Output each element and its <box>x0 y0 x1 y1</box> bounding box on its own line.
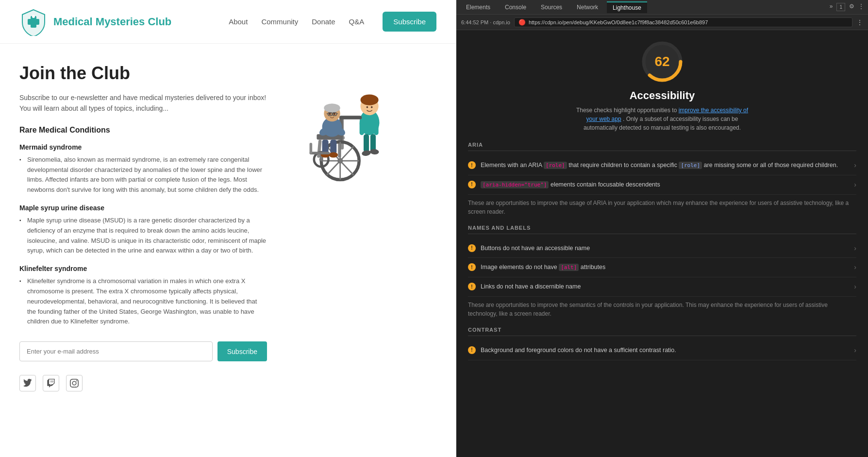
code-aria-hidden: [aria-hidden="true"] <box>481 181 549 188</box>
condition-mermaid-title: Mermaid syndrome <box>19 143 267 151</box>
code-alt: [alt] <box>559 264 579 271</box>
email-input[interactable] <box>19 341 213 361</box>
nav-links: About Community Donate Q&A Subscribe <box>229 12 436 32</box>
condition-msud-title: Maple syrup urine disease <box>19 204 267 212</box>
condition-klinefelter-list: Klinefelter syndrome is a chromosomal va… <box>19 276 267 327</box>
twitter-icon[interactable] <box>19 375 36 391</box>
names-warn-icon-2 <box>468 263 476 271</box>
settings-icon[interactable]: ⚙ <box>849 3 854 11</box>
svg-rect-9 <box>374 121 378 135</box>
content-right <box>277 63 413 391</box>
svg-point-6 <box>367 106 368 108</box>
names-item-2-chevron[interactable]: › <box>854 263 856 271</box>
aria-section-title: ARIA <box>468 142 856 151</box>
svg-point-12 <box>361 150 371 156</box>
nav-subscribe-button[interactable]: Subscribe <box>383 12 436 32</box>
condition-msud-desc: Maple syrup urine disease (MSUD) is a ra… <box>19 216 267 256</box>
svg-point-32 <box>324 103 340 113</box>
aria-item-1-text: Elements with an ARIA [role] that requir… <box>481 161 849 170</box>
score-circle: 62 <box>640 40 684 84</box>
twitch-icon[interactable] <box>43 375 59 391</box>
devtools-time: 6:44:52 PM · cdpn.io <box>461 19 510 25</box>
main-content: Join the Club Subscribe to our e-newslet… <box>0 44 456 411</box>
names-item-3-text: Links do not have a discernible name <box>481 282 849 291</box>
more-tabs-icon[interactable]: » <box>830 3 833 11</box>
lighthouse-content: 62 Accessibility These checks highlight … <box>456 30 868 457</box>
svg-rect-8 <box>360 121 364 135</box>
aria-warn-icon-2 <box>468 181 476 188</box>
tab-lighthouse[interactable]: Lighthouse <box>607 1 647 13</box>
aria-item-1-chevron[interactable]: › <box>854 161 856 169</box>
svg-point-33 <box>329 113 331 115</box>
names-item-2[interactable]: Image elements do not have [alt] attribu… <box>468 258 856 277</box>
content-left: Join the Club Subscribe to our e-newslet… <box>19 63 267 391</box>
svg-rect-1 <box>28 19 39 25</box>
devtools-url-text: https://cdpn.io/pen/debug/KKebGwO/0d8ee1… <box>529 19 708 25</box>
condition-msud-list: Maple syrup urine disease (MSUD) is a ra… <box>19 216 267 256</box>
illustration-wheelchair <box>282 73 408 199</box>
tab-elements[interactable]: Elements <box>460 2 496 13</box>
security-warning-icon: 🔴 <box>518 19 526 26</box>
names-item-1-text: Buttons do not have an accessible name <box>481 244 849 253</box>
contrast-section-title: CONTRAST <box>468 327 856 336</box>
names-item-1[interactable]: Buttons do not have an accessible name › <box>468 239 856 258</box>
nav-logo: Medical Mysteries Club <box>19 8 171 36</box>
svg-rect-10 <box>364 134 369 152</box>
svg-rect-18 <box>339 116 362 119</box>
score-desc-before: These checks highlight opportunities to <box>576 107 677 114</box>
score-description: These checks highlight opportunities to … <box>570 106 754 132</box>
subscribe-button[interactable]: Subscribe <box>217 341 267 361</box>
code-role-2: [role] <box>679 162 702 169</box>
contrast-warn-icon-1 <box>468 346 476 354</box>
code-role-1: [role] <box>544 162 567 169</box>
score-section: 62 Accessibility These checks highlight … <box>468 40 856 132</box>
aria-warn-icon-1 <box>468 161 476 169</box>
page-subtitle: Subscribe to our e-newsletter and have m… <box>19 92 267 114</box>
contrast-item-1[interactable]: Background and foreground colors do not … <box>468 341 856 360</box>
condition-mermaid-desc: Sirenomelia, also known as mermaid syndr… <box>19 155 267 195</box>
names-item-1-chevron[interactable]: › <box>854 244 856 252</box>
devtools-tabbar: Elements Console Sources Network Lightho… <box>456 0 868 15</box>
url-menu-icon[interactable]: ⋮ <box>856 18 863 26</box>
contrast-item-1-chevron[interactable]: › <box>854 346 856 354</box>
condition-mermaid-list: Sirenomelia, also known as mermaid syndr… <box>19 155 267 195</box>
svg-point-7 <box>371 106 373 108</box>
social-icons <box>19 375 267 391</box>
instagram-icon[interactable] <box>66 375 83 391</box>
nav-donate[interactable]: Donate <box>312 17 335 26</box>
nav: Medical Mysteries Club About Community D… <box>0 0 456 44</box>
aria-item-2[interactable]: [aria-hidden="true"] elements contain fo… <box>468 175 856 195</box>
names-warn-icon-1 <box>468 244 476 252</box>
subscribe-form: Subscribe <box>19 341 267 361</box>
devtools-panel: Elements Console Sources Network Lightho… <box>456 0 868 457</box>
names-item-3[interactable]: Links do not have a discernible name › <box>468 277 856 297</box>
names-helper-text: These are opportunities to improve the s… <box>468 301 856 318</box>
svg-point-5 <box>361 95 379 105</box>
kebab-menu-icon[interactable]: ⋮ <box>858 3 864 11</box>
condition-klinefelter-title: Klinefelter syndrome <box>19 265 267 272</box>
names-labels-section-title: NAMES AND LABELS <box>468 225 856 234</box>
nav-about[interactable]: About <box>229 17 248 26</box>
tab-network[interactable]: Network <box>571 2 604 13</box>
tab-console[interactable]: Console <box>499 2 532 13</box>
svg-point-34 <box>333 113 335 115</box>
aria-item-2-text: [aria-hidden="true"] elements contain fo… <box>481 180 849 189</box>
nav-community[interactable]: Community <box>261 17 298 26</box>
devtools-url-bar: 🔴 https://cdpn.io/pen/debug/KKebGwO/0d8e… <box>514 17 852 27</box>
aria-item-2-chevron[interactable]: › <box>854 181 856 188</box>
aria-item-1[interactable]: Elements with an ARIA [role] that requir… <box>468 156 856 175</box>
names-item-2-text: Image elements do not have [alt] attribu… <box>481 263 849 272</box>
device-toggle-icon[interactable]: 1 <box>836 3 845 11</box>
section-title: Rare Medical Conditions <box>19 126 267 135</box>
svg-point-2 <box>32 15 35 18</box>
devtools-icon-group: » 1 ⚙ ⋮ <box>830 3 864 11</box>
devtools-addressbar: 6:44:52 PM · cdpn.io 🔴 https://cdpn.io/p… <box>456 15 868 30</box>
names-item-3-chevron[interactable]: › <box>854 283 856 290</box>
svg-point-45 <box>329 152 338 157</box>
names-warn-icon-3 <box>468 283 476 290</box>
logo-text: Medical Mysteries Club <box>53 16 171 28</box>
nav-qa[interactable]: Q&A <box>349 17 365 26</box>
tab-sources[interactable]: Sources <box>535 2 568 13</box>
score-number: 62 <box>654 54 669 69</box>
condition-klinefelter-desc: Klinefelter syndrome is a chromosomal va… <box>19 276 267 327</box>
